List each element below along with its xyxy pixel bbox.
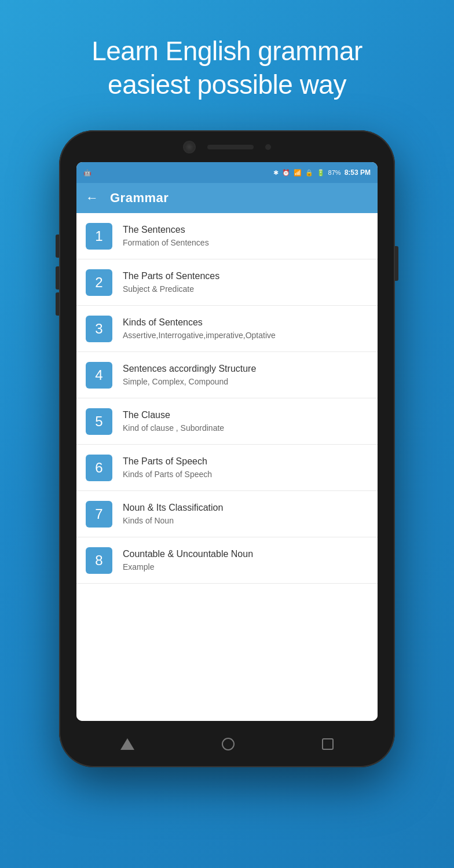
speaker [207, 145, 254, 149]
item-title-6: The Parts of Speech [123, 456, 368, 468]
item-subtitle-5: Kind of clause , Subordinate [123, 423, 368, 433]
item-subtitle-2: Subject & Predicate [123, 284, 368, 294]
item-title-7: Noun & Its Classification [123, 502, 368, 514]
list-item[interactable]: 4 Sentences accordingly Structure Simple… [76, 352, 378, 398]
grammar-list: 1 The Sentences Formation of Sentences 2… [76, 213, 378, 721]
hero-heading: Learn English grammar easiest possible w… [68, 0, 386, 124]
status-left: 🤖 [83, 169, 91, 177]
item-title-5: The Clause [123, 409, 368, 422]
item-text-8: Countable & Uncountable Noun Example [123, 548, 368, 572]
item-subtitle-6: Kinds of Parts of Speech [123, 469, 368, 479]
recent-nav-icon[interactable] [322, 738, 334, 750]
phone-device: 🤖 ✱ ⏰ 📶 🔒 🔋 87% 8:53 PM ← Grammar [59, 130, 395, 767]
item-number-5: 5 [86, 408, 112, 435]
android-icon: 🤖 [83, 169, 91, 177]
item-title-8: Countable & Uncountable Noun [123, 548, 368, 561]
lock-icon: 🔒 [305, 169, 313, 177]
item-title-4: Sentences accordingly Structure [123, 363, 368, 375]
item-subtitle-4: Simple, Complex, Compound [123, 376, 368, 387]
back-button[interactable]: ← [86, 191, 98, 206]
status-time: 8:53 PM [345, 169, 371, 177]
item-text-5: The Clause Kind of clause , Subordinate [123, 409, 368, 433]
bluetooth-icon: ✱ [273, 169, 279, 177]
phone-nav-bar [76, 721, 378, 767]
status-right: ✱ ⏰ 📶 🔒 🔋 87% 8:53 PM [273, 169, 371, 177]
hero-line2: easiest possible way [108, 69, 346, 100]
phone-screen: 🤖 ✱ ⏰ 📶 🔒 🔋 87% 8:53 PM ← Grammar [76, 162, 378, 721]
home-nav-icon[interactable] [222, 738, 235, 750]
list-item[interactable]: 1 The Sentences Formation of Sentences [76, 213, 378, 259]
list-item[interactable]: 5 The Clause Kind of clause , Subordinat… [76, 398, 378, 445]
list-item[interactable]: 6 The Parts of Speech Kinds of Parts of … [76, 445, 378, 491]
item-subtitle-3: Assertive,Interrogative,imperative,Optat… [123, 330, 368, 340]
item-text-6: The Parts of Speech Kinds of Parts of Sp… [123, 456, 368, 479]
item-title-3: Kinds of Sentences [123, 317, 368, 329]
item-subtitle-1: Formation of Sentences [123, 237, 368, 248]
item-subtitle-7: Kinds of Noun [123, 515, 368, 526]
item-text-7: Noun & Its Classification Kinds of Noun [123, 502, 368, 526]
item-text-4: Sentences accordingly Structure Simple, … [123, 363, 368, 387]
item-title-1: The Sentences [123, 224, 368, 236]
back-nav-icon[interactable] [120, 738, 134, 750]
item-number-2: 2 [86, 269, 112, 296]
sensor [265, 144, 271, 150]
hero-line1: Learn English grammar [91, 36, 363, 66]
item-number-3: 3 [86, 316, 112, 342]
item-text-1: The Sentences Formation of Sentences [123, 224, 368, 248]
item-text-3: Kinds of Sentences Assertive,Interrogati… [123, 317, 368, 340]
list-item[interactable]: 2 The Parts of Sentences Subject & Predi… [76, 259, 378, 306]
battery-percent: 87% [328, 169, 341, 176]
phone-shell: 🤖 ✱ ⏰ 📶 🔒 🔋 87% 8:53 PM ← Grammar [59, 130, 395, 767]
item-title-2: The Parts of Sentences [123, 270, 368, 283]
item-number-1: 1 [86, 223, 112, 250]
status-bar: 🤖 ✱ ⏰ 📶 🔒 🔋 87% 8:53 PM [76, 162, 378, 183]
camera [183, 141, 196, 153]
battery-icon: 🔋 [317, 169, 325, 177]
app-bar-title: Grammar [110, 191, 169, 206]
phone-top-bar [183, 141, 271, 153]
item-text-2: The Parts of Sentences Subject & Predica… [123, 270, 368, 294]
item-number-8: 8 [86, 547, 112, 574]
item-number-6: 6 [86, 455, 112, 481]
signal-icon: 📶 [294, 169, 302, 177]
item-subtitle-8: Example [123, 562, 368, 572]
app-bar: ← Grammar [76, 183, 378, 213]
item-number-4: 4 [86, 362, 112, 389]
list-item[interactable]: 7 Noun & Its Classification Kinds of Nou… [76, 491, 378, 537]
alarm-icon: ⏰ [282, 169, 290, 177]
item-number-7: 7 [86, 501, 112, 528]
list-item[interactable]: 8 Countable & Uncountable Noun Example [76, 537, 378, 584]
list-item[interactable]: 3 Kinds of Sentences Assertive,Interroga… [76, 306, 378, 352]
